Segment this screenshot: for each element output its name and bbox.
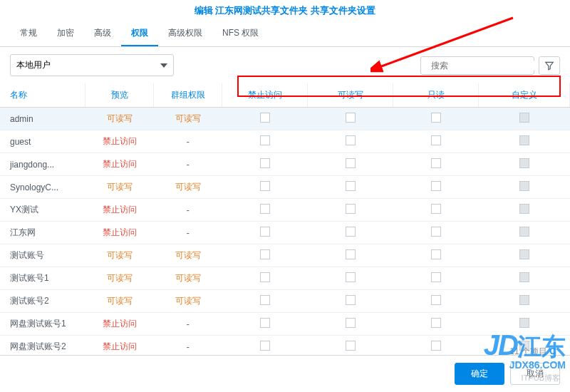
cell [393, 176, 479, 199]
col-header-3[interactable]: 禁止访问 [222, 83, 308, 108]
col-header-0[interactable]: 名称 [0, 83, 86, 108]
table-row[interactable]: admin可读写可读写 [0, 108, 570, 130]
tab-2[interactable]: 高级 [84, 21, 121, 46]
col-header-2[interactable]: 群组权限 [154, 83, 222, 108]
checkbox[interactable] [260, 181, 270, 191]
preview-label: 可读写 [107, 273, 133, 283]
checkbox[interactable] [431, 113, 441, 123]
cell [479, 130, 570, 153]
checkbox[interactable] [431, 341, 441, 351]
tab-0[interactable]: 常规 [10, 21, 47, 46]
checkbox[interactable] [431, 295, 441, 305]
checkbox[interactable] [260, 113, 270, 123]
table-row[interactable]: guest禁止访问- [0, 130, 570, 153]
cell: guest [0, 130, 86, 153]
search-input[interactable] [431, 61, 538, 71]
checkbox[interactable] [431, 204, 441, 214]
checkbox[interactable] [260, 295, 270, 305]
cell: 测试账号2 [0, 290, 86, 313]
checkbox[interactable] [346, 204, 356, 214]
tab-3[interactable]: 权限 [121, 21, 158, 46]
checkbox[interactable] [260, 158, 270, 168]
filter-button[interactable] [539, 56, 560, 75]
checkbox[interactable] [260, 204, 270, 214]
svg-marker-2 [546, 62, 554, 70]
checkbox[interactable] [260, 135, 270, 145]
checkbox [519, 113, 529, 123]
filter-icon [544, 61, 554, 71]
checkbox[interactable] [260, 341, 270, 351]
checkbox[interactable] [260, 227, 270, 237]
table-row[interactable]: 测试账号可读写可读写 [0, 244, 570, 267]
table-row[interactable]: SynologyC...可读写可读写 [0, 176, 570, 199]
tab-4[interactable]: 高级权限 [158, 21, 212, 46]
col-header-1[interactable]: 预览 [86, 83, 154, 108]
cell: 禁止访问 [86, 130, 154, 153]
checkbox[interactable] [431, 227, 441, 237]
checkbox[interactable] [346, 318, 356, 328]
checkbox[interactable] [346, 272, 356, 282]
cell [308, 290, 393, 313]
preview-label: 禁止访问 [103, 341, 137, 351]
checkbox[interactable] [260, 272, 270, 282]
cell: admin [0, 108, 86, 130]
checkbox[interactable] [260, 249, 270, 259]
col-header-4[interactable]: 可读写 [308, 83, 393, 108]
checkbox[interactable] [431, 249, 441, 259]
checkbox [519, 249, 529, 259]
cell [308, 267, 393, 290]
tab-1[interactable]: 加密 [47, 21, 84, 46]
cell: - [154, 199, 222, 222]
cell: - [154, 153, 222, 176]
cell [308, 130, 393, 153]
cell [393, 290, 479, 313]
col-header-6[interactable]: 自定义 [479, 83, 570, 108]
table-row[interactable]: jiangdong...禁止访问- [0, 153, 570, 176]
cell: jiangdong... [0, 153, 86, 176]
watermark-footer: ITPUB博客 [522, 373, 560, 383]
checkbox[interactable] [346, 227, 356, 237]
checkbox[interactable] [346, 295, 356, 305]
table-row[interactable]: YX测试禁止访问- [0, 199, 570, 222]
checkbox[interactable] [346, 341, 356, 351]
table-row[interactable]: 测试账号2可读写可读写 [0, 290, 570, 313]
checkbox[interactable] [431, 318, 441, 328]
permissions-table: 名称预览群组权限禁止访问可读写只读自定义 admin可读写可读写guest禁止访… [0, 83, 570, 359]
cell [222, 267, 308, 290]
cell [308, 244, 393, 267]
checkbox[interactable] [431, 158, 441, 168]
checkbox[interactable] [431, 272, 441, 282]
table-row[interactable]: 测试账号1可读写可读写 [0, 267, 570, 290]
checkbox [519, 227, 529, 237]
cell: 可读写 [154, 108, 222, 130]
user-type-select[interactable]: 本地用户 [10, 54, 174, 76]
cell [393, 130, 479, 153]
checkbox[interactable] [260, 318, 270, 328]
checkbox[interactable] [431, 181, 441, 191]
search-box[interactable] [420, 56, 534, 75]
checkbox[interactable] [346, 113, 356, 123]
table-row[interactable]: 江东网禁止访问- [0, 222, 570, 244]
preview-label: 禁止访问 [103, 159, 137, 169]
caret-down-icon [160, 63, 167, 68]
checkbox[interactable] [346, 249, 356, 259]
cell: YX测试 [0, 199, 86, 222]
cell: 可读写 [86, 108, 154, 130]
checkbox[interactable] [346, 181, 356, 191]
cell: 禁止访问 [86, 313, 154, 336]
cell: - [154, 313, 222, 336]
col-header-5[interactable]: 只读 [393, 83, 479, 108]
ok-button[interactable]: 确定 [455, 363, 504, 385]
table-row[interactable]: 网盘测试账号1禁止访问- [0, 313, 570, 336]
tab-5[interactable]: NFS 权限 [212, 21, 269, 46]
tabs-bar: 常规加密高级权限高级权限NFS 权限 [0, 21, 570, 47]
checkbox[interactable] [431, 135, 441, 145]
cell [393, 222, 479, 244]
checkbox[interactable] [346, 135, 356, 145]
cell [222, 313, 308, 336]
cell [222, 199, 308, 222]
preview-label: 可读写 [107, 296, 133, 306]
checkbox [519, 204, 529, 214]
user-type-value: 本地用户 [16, 59, 51, 71]
checkbox[interactable] [346, 158, 356, 168]
